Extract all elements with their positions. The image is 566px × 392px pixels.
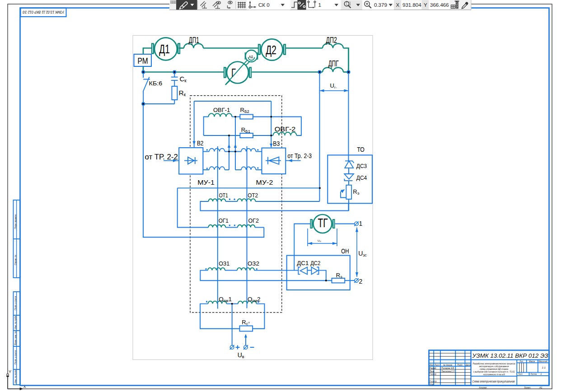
svg-text:Подп. и дата: Подп. и дата xyxy=(14,296,17,310)
svg-text:X: X xyxy=(396,2,400,8)
svg-text:Схема электрическая принципиал: Схема электрическая принципиальная xyxy=(472,380,515,383)
svg-text:эксплуатация и обслуживание: эксплуатация и обслуживание xyxy=(479,365,509,368)
svg-text:366.466: 366.466 xyxy=(430,2,449,8)
svg-text:ОН: ОН xyxy=(341,247,349,255)
svg-text:1: 1 xyxy=(318,2,321,8)
svg-text:Д1: Д1 xyxy=(159,42,170,56)
svg-text:Д2: Д2 xyxy=(266,43,276,57)
svg-text:Y: Y xyxy=(9,369,11,374)
svg-text:Масса: Масса xyxy=(529,360,535,363)
svg-text:ДС2: ДС2 xyxy=(310,260,320,266)
svg-text:Подп.: Подп. xyxy=(457,364,463,366)
svg-text:Утв.: Утв. xyxy=(430,383,434,386)
svg-text:ОТ2: ОТ2 xyxy=(248,192,258,199)
svg-text:931.804: 931.804 xyxy=(402,2,421,8)
svg-text:УЗМК 13.02.11 ВКР 012 ЭЗ: УЗМК 13.02.11 ВКР 012 ЭЗ xyxy=(472,353,548,359)
svg-text:Разработка электромеханическог: Разработка электромеханического процесса xyxy=(473,363,515,365)
svg-text:Масштаб: Масштаб xyxy=(539,360,547,363)
svg-text:2: 2 xyxy=(359,278,362,285)
svg-text:Лист: Лист xyxy=(434,364,440,366)
svg-text:ОЗ2: ОЗ2 xyxy=(248,260,259,267)
svg-text:0.379: 0.379 xyxy=(374,2,387,8)
svg-text:Справ. №: Справ. № xyxy=(14,255,17,265)
svg-text:ТО: ТО xyxy=(357,146,365,153)
svg-text:Копировал: Копировал xyxy=(479,386,487,389)
svg-text:ОВГ-1: ОВГ-1 xyxy=(213,107,230,113)
svg-text:А1: А1 xyxy=(539,386,543,389)
svg-text:Разраб.: Разраб. xyxy=(430,367,437,369)
svg-text:ОВГ-2: ОВГ-2 xyxy=(275,125,296,133)
svg-text:1: 1 xyxy=(359,220,362,227)
svg-text:РМ: РМ xyxy=(138,56,148,65)
svg-text:Инв. № дубл.: Инв. № дубл. xyxy=(14,315,17,329)
svg-text:ДС1: ДС1 xyxy=(297,260,309,266)
svg-text:Пантелеев С.Л.: Пантелеев С.Л. xyxy=(441,370,455,373)
svg-text:ОЗ1: ОЗ1 xyxy=(219,260,229,267)
svg-text:Лит.: Лит. xyxy=(519,360,524,363)
svg-text:№ докум.: № докум. xyxy=(443,364,453,366)
svg-text:МУ-2: МУ-2 xyxy=(256,178,273,186)
svg-text:АД: АД xyxy=(249,55,253,59)
svg-text:Формат: Формат xyxy=(524,386,531,389)
svg-text:схемы управления ЭД станка: схемы управления ЭД станка xyxy=(480,368,508,370)
svg-text:ОТ1: ОТ1 xyxy=(219,192,228,199)
svg-text:ДПГ: ДПГ xyxy=(328,59,339,68)
svg-text:Изм.: Изм. xyxy=(430,364,434,366)
svg-text:СК 0: СК 0 xyxy=(258,2,270,8)
svg-text:ОГ1: ОГ1 xyxy=(219,217,229,224)
svg-text:Н.контр.: Н.контр. xyxy=(430,380,437,383)
svg-text:Лист: Лист xyxy=(518,373,522,375)
svg-text:Подп. и дата: Подп. и дата xyxy=(14,350,17,364)
svg-text:от Тр. 2-3: от Тр. 2-3 xyxy=(288,152,312,159)
svg-text:В2: В2 xyxy=(197,139,204,147)
svg-text:Взам. инв. №: Взам. инв. № xyxy=(14,331,17,345)
svg-text:ДП1: ДП1 xyxy=(189,36,199,45)
svg-text:1:1: 1:1 xyxy=(542,366,546,369)
svg-text:Листов: Листов xyxy=(530,373,537,375)
svg-text:Пров.: Пров. xyxy=(430,370,435,373)
svg-text:ДП2: ДП2 xyxy=(326,36,337,45)
svg-text:ОГ2: ОГ2 xyxy=(248,217,259,224)
svg-text:от ТР. 2-2: от ТР. 2-2 xyxy=(145,153,178,161)
svg-text:Т.контр.: Т.контр. xyxy=(430,373,437,375)
svg-text:постоянного т-ка а/д: постоянного т-ка а/д xyxy=(483,373,505,376)
svg-text:с выбором для питания типа в/п: с выбором для питания типа в/п т. 71-01 xyxy=(473,371,515,373)
svg-text:Г: Г xyxy=(231,66,236,79)
svg-text:КБ:6: КБ:6 xyxy=(149,80,163,87)
svg-text:Uтг: Uтг xyxy=(318,239,321,243)
svg-text:ТГ: ТГ xyxy=(318,216,328,230)
svg-text:Пискарев Э.В.: Пискарев Э.В. xyxy=(441,367,454,369)
svg-text:Перв. примен.: Перв. примен. xyxy=(14,214,17,229)
svg-text:УЗМК 13.02.11 ВКР 012 ЭЗ: УЗМК 13.02.11 ВКР 012 ЭЗ xyxy=(23,10,65,14)
svg-text:ДС3: ДС3 xyxy=(356,163,367,169)
svg-text:ДС4: ДС4 xyxy=(356,174,367,181)
svg-text:Y: Y xyxy=(424,2,427,8)
svg-text:В3: В3 xyxy=(273,140,280,147)
svg-text:Инв. № подл.: Инв. № подл. xyxy=(14,369,17,383)
svg-text:1: 1 xyxy=(541,373,542,375)
svg-text:МУ-1: МУ-1 xyxy=(197,178,215,186)
svg-text:Дата: Дата xyxy=(465,364,471,366)
